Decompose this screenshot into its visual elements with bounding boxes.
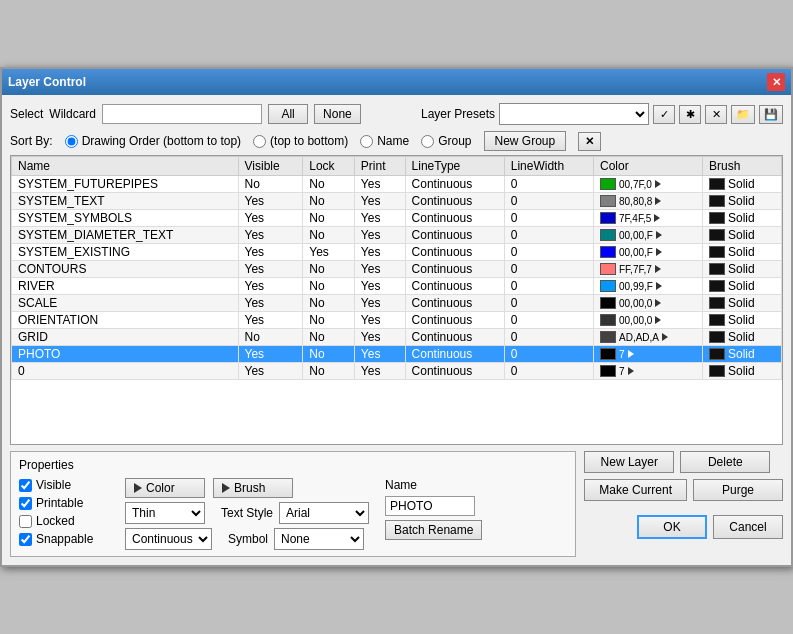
- table-row[interactable]: SYSTEM_EXISTING Yes Yes Yes Continuous 0…: [12, 244, 782, 261]
- cell-name: SYSTEM_TEXT: [12, 193, 239, 210]
- wildcard-input[interactable]: [102, 104, 262, 124]
- table-row[interactable]: GRID No No Yes Continuous 0 AD,AD,A Soli…: [12, 329, 782, 346]
- new-group-button[interactable]: New Group: [484, 131, 567, 151]
- line-width-select[interactable]: Thin: [125, 502, 205, 524]
- cell-name: SYSTEM_EXISTING: [12, 244, 239, 261]
- layer-presets-area: Layer Presets ✓ ✱ ✕ 📁 💾: [421, 103, 783, 125]
- printable-checkbox[interactable]: [19, 497, 32, 510]
- sort-topbottom-radio[interactable]: [253, 135, 266, 148]
- color-button[interactable]: Color: [125, 478, 205, 498]
- presets-check-button[interactable]: ✓: [653, 105, 675, 124]
- cell-visible: Yes: [238, 227, 303, 244]
- all-button[interactable]: All: [268, 104, 308, 124]
- col-color: Color: [594, 157, 703, 176]
- cell-lock: No: [303, 278, 355, 295]
- symbol-select[interactable]: None: [274, 528, 364, 550]
- cell-lock: No: [303, 329, 355, 346]
- table-row[interactable]: SYSTEM_DIAMETER_TEXT Yes No Yes Continuo…: [12, 227, 782, 244]
- locked-label: Locked: [36, 514, 75, 528]
- visible-label: Visible: [36, 478, 71, 492]
- cell-color: 80,80,8: [594, 193, 703, 210]
- cell-color: 7: [594, 363, 703, 380]
- cell-lock: Yes: [303, 244, 355, 261]
- sort-name-radio[interactable]: [360, 135, 373, 148]
- table-row[interactable]: RIVER Yes No Yes Continuous 0 00,99,F So…: [12, 278, 782, 295]
- line-type-select[interactable]: Continuous: [125, 528, 212, 550]
- select-label: Select: [10, 107, 43, 121]
- sort-name-label: Name: [377, 134, 409, 148]
- cancel-button[interactable]: Cancel: [713, 515, 783, 539]
- cell-name: SYSTEM_FUTUREPIPES: [12, 176, 239, 193]
- sort-group-radio[interactable]: [421, 135, 434, 148]
- presets-star-button[interactable]: ✱: [679, 105, 701, 124]
- text-style-select[interactable]: Arial: [279, 502, 369, 524]
- close-button[interactable]: ✕: [767, 73, 785, 91]
- color-icon: [134, 483, 142, 493]
- cell-name: 0: [12, 363, 239, 380]
- new-layer-button[interactable]: New Layer: [584, 451, 674, 473]
- presets-folder-button[interactable]: 📁: [731, 105, 755, 124]
- presets-save-button[interactable]: 💾: [759, 105, 783, 124]
- sort-top-bottom[interactable]: (top to bottom): [253, 134, 348, 148]
- delete-button[interactable]: Delete: [680, 451, 770, 473]
- snappable-checkbox[interactable]: [19, 533, 32, 546]
- table-row[interactable]: SYSTEM_SYMBOLS Yes No Yes Continuous 0 7…: [12, 210, 782, 227]
- layers-table-container[interactable]: Name Visible Lock Print LineType LineWid…: [10, 155, 783, 445]
- cell-brush: Solid: [702, 363, 781, 380]
- cell-color: 00,7F,0: [594, 176, 703, 193]
- table-row[interactable]: SYSTEM_TEXT Yes No Yes Continuous 0 80,8…: [12, 193, 782, 210]
- cell-lock: No: [303, 176, 355, 193]
- sort-group[interactable]: Group: [421, 134, 471, 148]
- cell-linewidth: 0: [504, 261, 593, 278]
- cell-visible: Yes: [238, 278, 303, 295]
- symbol-label: Symbol: [228, 532, 268, 546]
- table-row[interactable]: 0 Yes No Yes Continuous 0 7 Solid: [12, 363, 782, 380]
- cell-linetype: Continuous: [405, 278, 504, 295]
- cell-brush: Solid: [702, 329, 781, 346]
- cell-linewidth: 0: [504, 278, 593, 295]
- cell-lock: No: [303, 312, 355, 329]
- clear-group-button[interactable]: ✕: [578, 132, 601, 151]
- cell-name: ORIENTATION: [12, 312, 239, 329]
- cell-visible: Yes: [238, 193, 303, 210]
- sort-name[interactable]: Name: [360, 134, 409, 148]
- table-row[interactable]: SCALE Yes No Yes Continuous 0 00,00,0 So…: [12, 295, 782, 312]
- make-current-button[interactable]: Make Current: [584, 479, 687, 501]
- ok-button[interactable]: OK: [637, 515, 707, 539]
- sort-drawing-radio[interactable]: [65, 135, 78, 148]
- col-linetype: LineType: [405, 157, 504, 176]
- cell-linewidth: 0: [504, 227, 593, 244]
- properties-checkboxes: Visible Printable Locked Snappable: [19, 478, 109, 546]
- cell-visible: Yes: [238, 210, 303, 227]
- cell-brush: Solid: [702, 193, 781, 210]
- brush-button[interactable]: Brush: [213, 478, 293, 498]
- table-row[interactable]: PHOTO Yes No Yes Continuous 0 7 Solid: [12, 346, 782, 363]
- table-row[interactable]: CONTOURS Yes No Yes Continuous 0 FF,7F,7…: [12, 261, 782, 278]
- name-input[interactable]: [385, 496, 475, 516]
- visible-checkbox[interactable]: [19, 479, 32, 492]
- cell-name: RIVER: [12, 278, 239, 295]
- table-row[interactable]: SYSTEM_FUTUREPIPES No No Yes Continuous …: [12, 176, 782, 193]
- brush-icon: [222, 483, 230, 493]
- brush-label: Brush: [234, 481, 265, 495]
- table-row[interactable]: ORIENTATION Yes No Yes Continuous 0 00,0…: [12, 312, 782, 329]
- cell-brush: Solid: [702, 244, 781, 261]
- none-button[interactable]: None: [314, 104, 361, 124]
- layer-presets-select[interactable]: [499, 103, 649, 125]
- sort-topbottom-label: (top to bottom): [270, 134, 348, 148]
- sort-drawing-order[interactable]: Drawing Order (bottom to top): [65, 134, 241, 148]
- cell-visible: Yes: [238, 295, 303, 312]
- cell-print: Yes: [354, 210, 405, 227]
- cell-print: Yes: [354, 261, 405, 278]
- locked-checkbox[interactable]: [19, 515, 32, 528]
- cell-color: 00,00,F: [594, 244, 703, 261]
- title-bar: Layer Control ✕: [2, 69, 791, 95]
- purge-button[interactable]: Purge: [693, 479, 783, 501]
- batch-rename-button[interactable]: Batch Rename: [385, 520, 482, 540]
- cell-lock: No: [303, 210, 355, 227]
- cell-linewidth: 0: [504, 312, 593, 329]
- cell-brush: Solid: [702, 278, 781, 295]
- cell-linewidth: 0: [504, 210, 593, 227]
- layer-control-window: Layer Control ✕ Select Wildcard All None…: [0, 67, 793, 567]
- presets-x-button[interactable]: ✕: [705, 105, 727, 124]
